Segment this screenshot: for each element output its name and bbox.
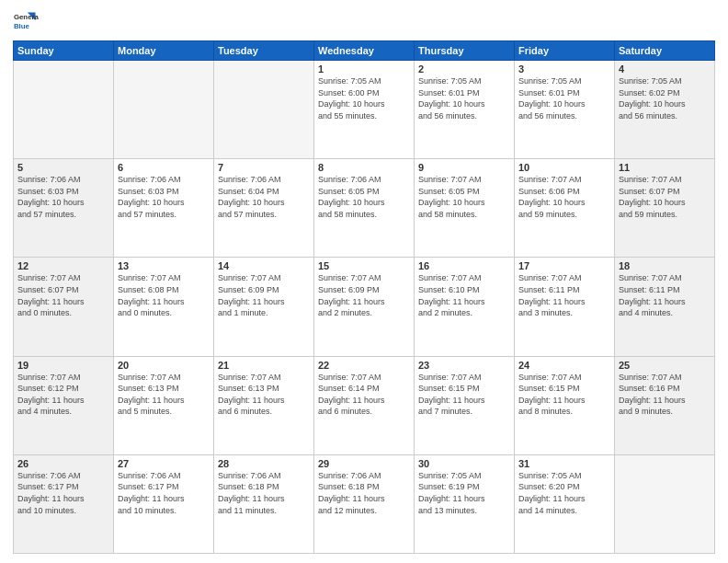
day-cell: 31Sunrise: 7:05 AMSunset: 6:20 PMDayligh… [515,454,615,553]
day-cell: 21Sunrise: 7:07 AMSunset: 6:13 PMDayligh… [214,356,314,454]
day-number: 8 [318,162,410,173]
day-number: 21 [218,360,310,371]
day-number: 18 [619,260,711,271]
day-cell: 25Sunrise: 7:07 AMSunset: 6:16 PMDayligh… [615,356,715,454]
day-number: 16 [418,260,510,271]
day-info: Sunrise: 7:06 AMSunset: 6:18 PMDaylight:… [218,470,310,516]
day-cell: 18Sunrise: 7:07 AMSunset: 6:11 PMDayligh… [615,258,715,356]
day-info: Sunrise: 7:07 AMSunset: 6:07 PMDaylight:… [619,174,711,220]
day-cell: 11Sunrise: 7:07 AMSunset: 6:07 PMDayligh… [615,159,715,258]
calendar: SundayMondayTuesdayWednesdayThursdayFrid… [13,40,715,554]
weekday-header-thursday: Thursday [415,41,515,61]
day-cell: 16Sunrise: 7:07 AMSunset: 6:10 PMDayligh… [415,258,515,356]
day-cell: 1Sunrise: 7:05 AMSunset: 6:00 PMDaylight… [314,61,415,159]
day-cell: 7Sunrise: 7:06 AMSunset: 6:04 PMDaylight… [214,159,314,258]
day-cell: 14Sunrise: 7:07 AMSunset: 6:09 PMDayligh… [214,258,314,356]
day-cell [214,61,314,159]
day-info: Sunrise: 7:07 AMSunset: 6:09 PMDaylight:… [218,272,310,318]
day-cell: 5Sunrise: 7:06 AMSunset: 6:03 PMDaylight… [14,159,114,258]
day-cell: 4Sunrise: 7:05 AMSunset: 6:02 PMDaylight… [615,61,715,159]
header: General Blue [13,9,715,35]
day-cell [615,454,715,553]
day-info: Sunrise: 7:07 AMSunset: 6:15 PMDaylight:… [518,372,610,418]
week-row-5: 26Sunrise: 7:06 AMSunset: 6:17 PMDayligh… [14,454,715,553]
week-row-3: 12Sunrise: 7:07 AMSunset: 6:07 PMDayligh… [14,258,715,356]
day-number: 14 [218,260,310,271]
day-cell: 10Sunrise: 7:07 AMSunset: 6:06 PMDayligh… [515,159,615,258]
day-number: 4 [619,63,711,75]
day-cell: 12Sunrise: 7:07 AMSunset: 6:07 PMDayligh… [14,258,114,356]
day-cell: 17Sunrise: 7:07 AMSunset: 6:11 PMDayligh… [515,258,615,356]
day-info: Sunrise: 7:06 AMSunset: 6:04 PMDaylight:… [218,174,310,220]
day-number: 26 [17,458,109,469]
page: General Blue SundayMondayTuesdayWednesda… [0,0,728,563]
day-info: Sunrise: 7:06 AMSunset: 6:03 PMDaylight:… [17,174,109,220]
day-info: Sunrise: 7:07 AMSunset: 6:11 PMDaylight:… [518,272,610,318]
day-info: Sunrise: 7:06 AMSunset: 6:05 PMDaylight:… [318,174,410,220]
day-number: 9 [418,162,510,173]
day-cell: 2Sunrise: 7:05 AMSunset: 6:01 PMDaylight… [415,61,515,159]
day-cell: 6Sunrise: 7:06 AMSunset: 6:03 PMDaylight… [114,159,214,258]
day-number: 5 [17,162,109,173]
weekday-header-row: SundayMondayTuesdayWednesdayThursdayFrid… [14,41,715,61]
day-cell: 28Sunrise: 7:06 AMSunset: 6:18 PMDayligh… [214,454,314,553]
day-cell: 19Sunrise: 7:07 AMSunset: 6:12 PMDayligh… [14,356,114,454]
day-cell [114,61,214,159]
day-cell: 30Sunrise: 7:05 AMSunset: 6:19 PMDayligh… [415,454,515,553]
day-number: 6 [118,162,210,173]
logo-icon: General Blue [13,9,39,35]
day-cell: 23Sunrise: 7:07 AMSunset: 6:15 PMDayligh… [415,356,515,454]
day-info: Sunrise: 7:07 AMSunset: 6:10 PMDaylight:… [418,272,510,318]
day-number: 3 [518,63,610,75]
day-cell: 24Sunrise: 7:07 AMSunset: 6:15 PMDayligh… [515,356,615,454]
day-info: Sunrise: 7:06 AMSunset: 6:18 PMDaylight:… [318,470,410,516]
day-info: Sunrise: 7:07 AMSunset: 6:14 PMDaylight:… [318,372,410,418]
day-number: 22 [318,360,410,371]
day-number: 19 [17,360,109,371]
day-number: 15 [318,260,410,271]
day-cell: 13Sunrise: 7:07 AMSunset: 6:08 PMDayligh… [114,258,214,356]
day-info: Sunrise: 7:07 AMSunset: 6:16 PMDaylight:… [619,372,711,418]
day-cell: 15Sunrise: 7:07 AMSunset: 6:09 PMDayligh… [314,258,415,356]
day-number: 20 [118,360,210,371]
day-number: 23 [418,360,510,371]
week-row-1: 1Sunrise: 7:05 AMSunset: 6:00 PMDaylight… [14,61,715,159]
weekday-header-friday: Friday [515,41,615,61]
day-info: Sunrise: 7:07 AMSunset: 6:08 PMDaylight:… [118,272,210,318]
day-info: Sunrise: 7:06 AMSunset: 6:03 PMDaylight:… [118,174,210,220]
day-info: Sunrise: 7:05 AMSunset: 6:01 PMDaylight:… [518,75,610,121]
day-cell: 22Sunrise: 7:07 AMSunset: 6:14 PMDayligh… [314,356,415,454]
day-info: Sunrise: 7:06 AMSunset: 6:17 PMDaylight:… [118,470,210,516]
day-info: Sunrise: 7:05 AMSunset: 6:20 PMDaylight:… [518,470,610,516]
day-info: Sunrise: 7:07 AMSunset: 6:13 PMDaylight:… [118,372,210,418]
week-row-2: 5Sunrise: 7:06 AMSunset: 6:03 PMDaylight… [14,159,715,258]
day-number: 1 [318,63,410,75]
weekday-header-monday: Monday [114,41,214,61]
weekday-header-wednesday: Wednesday [314,41,415,61]
day-number: 24 [518,360,610,371]
weekday-header-tuesday: Tuesday [214,41,314,61]
weekday-header-saturday: Saturday [615,41,715,61]
day-info: Sunrise: 7:07 AMSunset: 6:15 PMDaylight:… [418,372,510,418]
day-number: 2 [418,63,510,75]
day-cell: 20Sunrise: 7:07 AMSunset: 6:13 PMDayligh… [114,356,214,454]
day-info: Sunrise: 7:07 AMSunset: 6:05 PMDaylight:… [418,174,510,220]
week-row-4: 19Sunrise: 7:07 AMSunset: 6:12 PMDayligh… [14,356,715,454]
day-info: Sunrise: 7:07 AMSunset: 6:13 PMDaylight:… [218,372,310,418]
day-number: 27 [118,458,210,469]
day-cell: 29Sunrise: 7:06 AMSunset: 6:18 PMDayligh… [314,454,415,553]
day-cell [14,61,114,159]
day-number: 7 [218,162,310,173]
day-number: 29 [318,458,410,469]
svg-text:General: General [14,13,39,21]
day-info: Sunrise: 7:07 AMSunset: 6:07 PMDaylight:… [17,272,109,318]
logo: General Blue [13,9,40,35]
day-number: 11 [619,162,711,173]
day-info: Sunrise: 7:05 AMSunset: 6:01 PMDaylight:… [418,75,510,121]
day-number: 13 [118,260,210,271]
day-cell: 3Sunrise: 7:05 AMSunset: 6:01 PMDaylight… [515,61,615,159]
day-cell: 9Sunrise: 7:07 AMSunset: 6:05 PMDaylight… [415,159,515,258]
day-number: 12 [17,260,109,271]
day-number: 28 [218,458,310,469]
day-info: Sunrise: 7:05 AMSunset: 6:00 PMDaylight:… [318,75,410,121]
